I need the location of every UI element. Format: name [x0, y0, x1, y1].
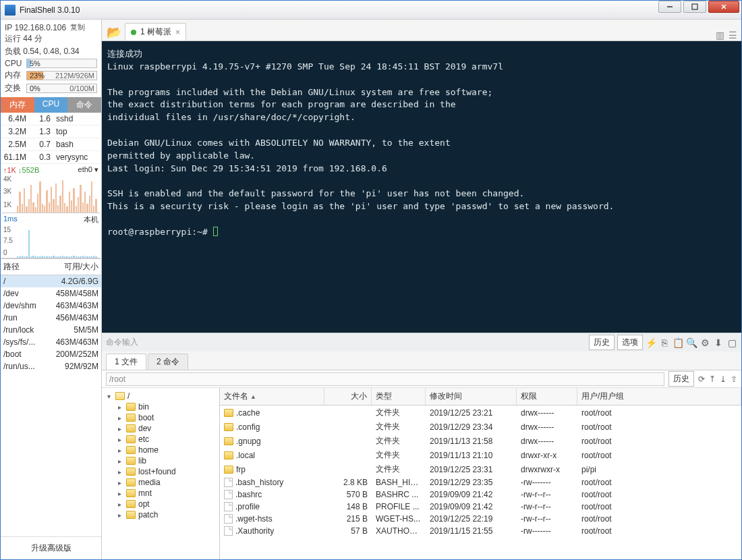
folder-icon	[224, 451, 233, 459]
bottom-tabbar: 1 文件 2 命令	[102, 352, 741, 370]
paste-icon[interactable]: 📋	[673, 337, 683, 348]
dir-tree[interactable]: ▾/ ▸bin▸boot▸dev▸etc▸home▸lib▸lost+found…	[102, 388, 220, 559]
session-tab[interactable]: 1 树莓派 ×	[125, 23, 186, 40]
ping-target-dropdown[interactable]: 本机	[84, 215, 98, 225]
folder-icon	[224, 437, 233, 445]
mem-meter: 23%212M/926M	[26, 71, 97, 80]
folder-icon	[126, 435, 136, 443]
copy-icon[interactable]: ⎘	[659, 337, 670, 348]
tree-item[interactable]: ▸home	[103, 445, 218, 455]
tab-label: 1 树莓派	[140, 26, 171, 38]
bolt-icon[interactable]: ⚡	[646, 337, 656, 348]
upload-icon[interactable]: ⤒	[709, 374, 716, 384]
tab-files[interactable]: 1 文件	[106, 354, 146, 370]
tree-root[interactable]: ▾/	[103, 391, 218, 401]
process-row[interactable]: 6.4M1.6sshd	[1, 113, 101, 125]
session-tabbar: 📂 1 树莓派 × ▥ ☰	[102, 20, 741, 41]
network-chart: 4K 3K 1K	[2, 175, 100, 213]
file-row[interactable]: frp文件夹2019/12/25 23:31drwxrwxr-xpi/pi	[220, 462, 741, 476]
cpu-label: CPU	[5, 59, 24, 68]
swap-label: 交换	[5, 82, 24, 94]
options-button[interactable]: 选项	[617, 335, 643, 350]
folder-icon	[224, 466, 233, 474]
upgrade-link[interactable]: 升级高级版	[1, 536, 101, 559]
download-icon[interactable]: ⬇	[713, 337, 724, 348]
search-icon[interactable]: 🔍	[686, 337, 697, 348]
folder-icon	[126, 478, 136, 486]
tree-item[interactable]: ▸patch	[103, 509, 218, 520]
ping-chart: 15 7.5 0	[2, 226, 100, 258]
gear-icon[interactable]: ⚙	[700, 337, 710, 348]
file-icon	[224, 502, 233, 511]
process-row[interactable]: 3.2M1.3top	[1, 125, 101, 138]
folder-icon	[126, 403, 136, 411]
process-row[interactable]: 61.1M0.3verysync	[1, 151, 101, 164]
app-title: FinalShell 3.0.10	[20, 5, 658, 15]
file-row[interactable]: .profile148 BPROFILE ...2019/09/09 21:42…	[220, 501, 741, 513]
fullscreen-icon[interactable]: ▢	[726, 337, 737, 348]
main-pane: 📂 1 树莓派 × ▥ ☰ 连接成功 Linux raspberrypi 4.1…	[102, 20, 741, 559]
tree-item[interactable]: ▸lost+found	[103, 466, 218, 477]
svg-rect-1	[692, 4, 697, 9]
maximize-button[interactable]	[683, 1, 706, 13]
file-icon	[224, 526, 233, 536]
history-button[interactable]: 历史	[589, 335, 615, 350]
disk-row[interactable]: /4.2G/6.9G	[1, 275, 101, 287]
disk-row[interactable]: /run456M/463M	[1, 312, 101, 324]
path-history-button[interactable]: 历史	[668, 371, 694, 387]
file-row[interactable]: .Xauthority57 BXAUTHOR...2019/11/15 21:5…	[220, 525, 741, 537]
folder-icon	[126, 489, 136, 497]
close-button[interactable]	[708, 1, 739, 13]
window-buttons	[658, 1, 741, 19]
process-row[interactable]: 2.5M0.7bash	[1, 138, 101, 151]
file-row[interactable]: .wget-hsts215 BWGET-HS...2019/12/25 22:1…	[220, 513, 741, 525]
folder-icon	[224, 409, 233, 417]
disk-row[interactable]: /dev458M/458M	[1, 287, 101, 300]
list-view-icon[interactable]: ☰	[729, 30, 737, 40]
download-file-icon[interactable]: ⤓	[720, 374, 726, 384]
terminal[interactable]: 连接成功 Linux raspberrypi 4.19.75-v7+ #1270…	[102, 41, 741, 333]
refresh-icon[interactable]: ⟳	[698, 374, 705, 384]
disk-row[interactable]: /dev/shm463M/463M	[1, 300, 101, 312]
command-bar: 命令输入 历史 选项 ⚡ ⎘ 📋 🔍 ⚙ ⬇ ▢	[102, 333, 741, 352]
file-row[interactable]: .bashrc570 BBASHRC ...2019/09/09 21:42-r…	[220, 488, 741, 501]
tree-item[interactable]: ▸etc	[103, 434, 218, 445]
status-dot-icon	[131, 30, 136, 35]
tree-item[interactable]: ▸lib	[103, 455, 218, 466]
file-row[interactable]: .gnupg文件夹2019/11/13 21:58drwx------root/…	[220, 434, 741, 448]
upload-dir-icon[interactable]: ⇪	[731, 374, 737, 384]
disk-row[interactable]: /sys/fs/...463M/463M	[1, 336, 101, 348]
tree-item[interactable]: ▸bin	[103, 401, 218, 412]
net-down: ↓552B	[18, 166, 39, 174]
open-session-icon[interactable]: 📂	[106, 24, 122, 40]
disk-row[interactable]: /boot200M/252M	[1, 348, 101, 360]
close-tab-icon[interactable]: ×	[175, 28, 180, 37]
command-input[interactable]: 命令输入	[106, 337, 138, 348]
tab-commands[interactable]: 2 命令	[148, 354, 188, 370]
tree-item[interactable]: ▸mnt	[103, 488, 218, 499]
disk-row[interactable]: /run/us...92M/92M	[1, 360, 101, 372]
file-row[interactable]: .bash_history2.8 KBBASH_HIS...2019/12/29…	[220, 476, 741, 488]
file-row[interactable]: .cache文件夹2019/12/25 23:21drwx------root/…	[220, 405, 741, 420]
minimize-button[interactable]	[658, 1, 681, 13]
net-interface-dropdown[interactable]: eth0 ▾	[78, 165, 98, 174]
disk-table: /4.2G/6.9G/dev458M/458M/dev/shm463M/463M…	[1, 275, 101, 372]
process-header: 内存 CPU 命令	[1, 97, 101, 113]
copy-ip-button[interactable]: 复制	[70, 22, 85, 32]
grid-view-icon[interactable]: ▥	[716, 30, 724, 40]
path-input[interactable]	[106, 372, 664, 386]
tree-item[interactable]: ▸dev	[103, 423, 218, 434]
file-row[interactable]: .config文件夹2019/12/29 23:34drwx------root…	[220, 420, 741, 434]
disk-row[interactable]: /run/lock5M/5M	[1, 324, 101, 336]
folder-icon	[126, 468, 136, 476]
folder-icon	[126, 500, 136, 508]
tree-item[interactable]: ▸boot	[103, 412, 218, 423]
tree-item[interactable]: ▸media	[103, 477, 218, 488]
folder-icon	[126, 511, 136, 519]
titlebar: FinalShell 3.0.10	[1, 1, 741, 20]
file-row[interactable]: .local文件夹2019/11/13 21:10drwxr-xr-xroot/…	[220, 448, 741, 462]
process-table: 6.4M1.6sshd3.2M1.3top2.5M0.7bash61.1M0.3…	[1, 113, 101, 164]
tree-item[interactable]: ▸opt	[103, 499, 218, 509]
folder-icon	[126, 446, 136, 454]
app-window: FinalShell 3.0.10 IP 192.168.0.106 复制 运行…	[0, 0, 742, 560]
